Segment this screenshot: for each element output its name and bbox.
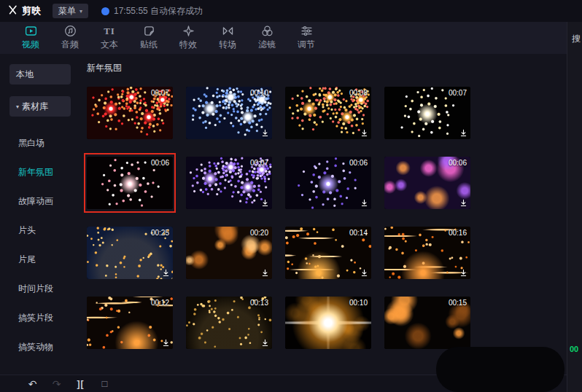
- thumbnail-grid: 00:0700:1000:0800:0700:0600:0700:0600:06…: [87, 87, 470, 349]
- tab-label: 视频: [22, 39, 39, 51]
- sidebar-button-label: 素材库: [22, 101, 48, 113]
- sidebar-item[interactable]: 时间片段: [0, 274, 80, 303]
- video-thumbnail[interactable]: 00:10: [186, 87, 272, 139]
- app-logo: 剪映: [7, 4, 41, 17]
- duration-badge: 00:08: [349, 89, 368, 97]
- tab-label: 特效: [179, 39, 197, 51]
- redo-icon[interactable]: ↷: [44, 376, 69, 392]
- video-thumbnail[interactable]: 00:06: [384, 157, 470, 209]
- download-icon[interactable]: [261, 129, 269, 137]
- tab-adjust[interactable]: 调节: [287, 22, 326, 54]
- download-icon[interactable]: [360, 269, 368, 277]
- duration-badge: 00:20: [250, 229, 268, 237]
- tab-effects[interactable]: 特效: [168, 22, 208, 54]
- autosave-icon: [101, 7, 109, 15]
- video-thumbnail[interactable]: 00:25: [87, 227, 173, 279]
- right-panel-sliver: 搜 00: [567, 22, 582, 392]
- download-icon[interactable]: [261, 269, 269, 277]
- split-icon[interactable]: ][: [69, 376, 93, 392]
- timecode-partial: 00: [570, 345, 578, 353]
- app-window: 剪映 菜单 ▾ 17:55:55 自动保存成功 视频音频TI文本贴纸特效转场滤镜…: [0, 0, 582, 392]
- sidebar: 本地▾素材库黑白场新年氛围故障动画片头片尾时间片段搞笑片段搞笑动物: [0, 54, 80, 375]
- sticker-icon: [143, 25, 155, 37]
- sidebar-item[interactable]: 新年氛围: [0, 157, 80, 187]
- duration-badge: 00:10: [250, 89, 268, 97]
- right-panel-partial-text: 搜: [572, 33, 581, 45]
- tab-label: 转场: [219, 39, 236, 51]
- tab-label: 文本: [101, 39, 118, 51]
- video-thumbnail[interactable]: 00:06: [87, 157, 173, 209]
- tab-text[interactable]: TI文本: [90, 22, 129, 54]
- video-thumbnail[interactable]: 00:12: [87, 297, 173, 349]
- text-icon: TI: [104, 25, 115, 37]
- video-thumbnail[interactable]: 00:07: [186, 157, 272, 209]
- menu-button[interactable]: 菜单 ▾: [53, 4, 88, 18]
- tab-filter[interactable]: 滤镜: [247, 22, 287, 54]
- tab-transition[interactable]: 转场: [208, 22, 247, 54]
- autosave-text: 17:55:55 自动保存成功: [114, 5, 203, 17]
- tab-label: 贴纸: [140, 39, 158, 51]
- sidebar-button-library[interactable]: ▾素材库: [9, 96, 71, 117]
- download-icon[interactable]: [261, 199, 269, 207]
- video-thumbnail[interactable]: 00:16: [384, 227, 470, 279]
- video-thumbnail[interactable]: 00:20: [186, 227, 272, 279]
- duration-badge: 00:16: [449, 229, 467, 237]
- sidebar-item[interactable]: 搞笑动物: [0, 332, 80, 361]
- scissors-logo-icon: [7, 4, 18, 17]
- sidebar-item[interactable]: 片头: [0, 216, 80, 245]
- video-thumbnail[interactable]: 00:07: [87, 87, 173, 139]
- duration-badge: 00:07: [250, 159, 268, 167]
- duration-badge: 00:07: [449, 89, 467, 97]
- menu-label: 菜单: [58, 5, 76, 17]
- video-thumbnail[interactable]: 00:13: [186, 297, 272, 349]
- chevron-down-icon: ▾: [79, 8, 82, 15]
- download-icon[interactable]: [459, 129, 467, 137]
- download-icon[interactable]: [459, 269, 467, 277]
- undo-icon[interactable]: ↶: [20, 376, 44, 392]
- duration-badge: 00:06: [151, 159, 169, 167]
- tab-label: 调节: [298, 39, 315, 51]
- sidebar-item[interactable]: 片尾: [0, 245, 80, 274]
- download-icon[interactable]: [459, 199, 467, 207]
- sidebar-button-label: 本地: [16, 68, 34, 81]
- filter-icon: [261, 25, 273, 37]
- tab-sticker[interactable]: 贴纸: [129, 22, 168, 54]
- video-thumbnail[interactable]: 00:07: [384, 87, 470, 139]
- download-icon[interactable]: [261, 339, 269, 347]
- audio-icon: [64, 25, 77, 37]
- download-icon[interactable]: [162, 269, 170, 277]
- autosave-status: 17:55:55 自动保存成功: [101, 5, 203, 17]
- topbar: 剪映 菜单 ▾ 17:55:55 自动保存成功: [0, 0, 582, 22]
- duration-badge: 00:14: [349, 229, 368, 237]
- tab-label: 音频: [61, 39, 79, 51]
- section-title: 新年氛围: [87, 62, 122, 74]
- duration-badge: 00:12: [151, 299, 169, 307]
- cursor-overlay-blob: [436, 347, 564, 392]
- duration-badge: 00:15: [449, 299, 467, 307]
- sidebar-button-local[interactable]: 本地: [9, 64, 71, 85]
- duration-badge: 00:06: [449, 159, 467, 167]
- sidebar-item[interactable]: 故障动画: [0, 187, 80, 216]
- content-panel: 新年氛围 00:0700:1000:0800:0700:0600:0700:06…: [80, 54, 567, 375]
- duration-badge: 00:07: [151, 89, 169, 97]
- video-icon: [25, 25, 37, 37]
- download-icon[interactable]: [162, 339, 170, 347]
- duration-badge: 00:06: [349, 159, 368, 167]
- video-thumbnail[interactable]: 00:14: [285, 227, 371, 279]
- app-title: 剪映: [22, 4, 41, 17]
- download-icon[interactable]: [360, 199, 368, 207]
- tab-audio[interactable]: 音频: [50, 22, 90, 54]
- delete-icon[interactable]: □: [93, 376, 117, 392]
- duration-badge: 00:25: [151, 229, 169, 237]
- tab-strip: 视频音频TI文本贴纸特效转场滤镜调节: [0, 22, 567, 54]
- video-thumbnail[interactable]: 00:10: [285, 297, 371, 349]
- sidebar-item[interactable]: 搞笑片段: [0, 303, 80, 332]
- video-thumbnail[interactable]: 00:15: [384, 297, 470, 349]
- video-thumbnail[interactable]: 00:06: [285, 157, 371, 209]
- effects-icon: [182, 25, 195, 37]
- sidebar-item[interactable]: 黑白场: [0, 128, 80, 157]
- caret-down-icon: ▾: [16, 103, 19, 110]
- download-icon[interactable]: [360, 129, 368, 137]
- tab-video[interactable]: 视频: [11, 22, 50, 54]
- video-thumbnail[interactable]: 00:08: [285, 87, 371, 139]
